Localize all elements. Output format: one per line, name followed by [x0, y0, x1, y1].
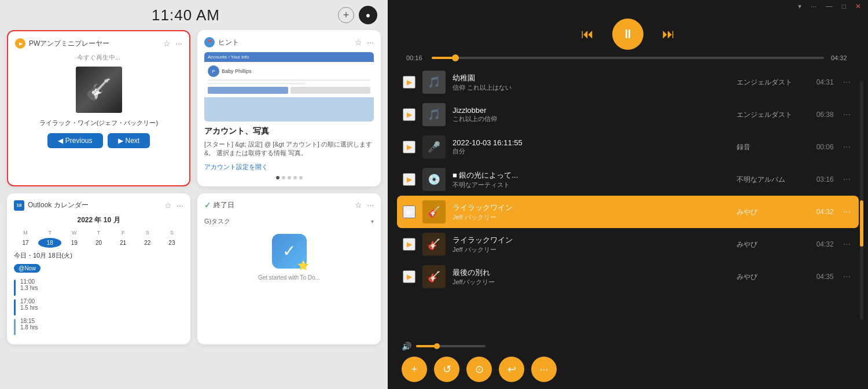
track-scrollbar[interactable]	[860, 81, 863, 320]
track-name-2: Jizzlobber	[453, 106, 730, 115]
hint-title-label: ヒント	[218, 38, 239, 47]
widget-header-actions: ☆ ···	[163, 39, 182, 48]
avatar[interactable]: ●	[359, 6, 377, 24]
cal-day-18[interactable]: 18	[38, 238, 61, 248]
hint-header: 📍 ヒント ☆ ···	[204, 37, 374, 47]
volume-bar[interactable]	[416, 345, 486, 347]
cal-day-22[interactable]: 22	[136, 238, 159, 248]
track-art-inner-1: 🎵	[422, 71, 446, 94]
shuffle-button[interactable]: ↺	[434, 357, 459, 382]
track-more-5[interactable]: ···	[841, 207, 853, 217]
preview-actions	[208, 87, 370, 94]
add-widget-button[interactable]: +	[338, 7, 354, 23]
cal-day-23[interactable]: 23	[160, 238, 183, 248]
maximize-button[interactable]: □	[840, 2, 848, 10]
clock-display: 11:40 AM	[152, 6, 220, 24]
album-art-inner	[76, 67, 122, 113]
progress-fill	[432, 57, 455, 59]
track-more-7[interactable]: ···	[841, 271, 853, 282]
track-play-5[interactable]: ▶	[403, 205, 415, 218]
track-more-1[interactable]: ···	[841, 77, 853, 87]
tasks-item[interactable]: G)タスク ▾	[204, 215, 374, 228]
track-row[interactable]: ▶ 🎵 Jizzlobber これ以上の信仰 エンジェルダスト 06:38 ··…	[397, 98, 859, 131]
hint-more-button[interactable]: ···	[367, 38, 374, 47]
track-art-inner-7: 🎸	[422, 265, 446, 288]
tasks-more-button[interactable]: ···	[367, 200, 374, 210]
calendar-pin-button[interactable]: ☆	[164, 201, 172, 210]
hint-pin-button[interactable]: ☆	[355, 38, 362, 47]
more-action-button[interactable]: ···	[531, 357, 557, 382]
repeat-button[interactable]: ⊙	[466, 357, 492, 382]
calendar-grid: M T W T F S S 17 18 19 20 21 22 23	[14, 229, 183, 248]
more-options-button[interactable]: ···	[808, 2, 819, 10]
close-button[interactable]: ✕	[853, 2, 863, 10]
track-sub-6: Jeff バックリー	[453, 245, 730, 254]
track-more-4[interactable]: ···	[841, 174, 853, 185]
track-more-2[interactable]: ···	[841, 109, 853, 120]
mini-player-body: 今すぐ再生中... ライラック・ワイン(ジェフ・バックリー) ◀ Previou…	[15, 53, 182, 148]
dropdown-button[interactable]: ▾	[796, 2, 804, 10]
tasks-pin-button[interactable]: ☆	[355, 200, 362, 210]
track-art-inner-6: 🎸	[422, 233, 446, 256]
track-play-1[interactable]: ▶	[403, 76, 415, 89]
prev-label: Previous	[65, 137, 93, 145]
track-duration-5: 04:32	[813, 208, 834, 216]
cal-day-19[interactable]: 19	[62, 238, 86, 248]
track-play-7[interactable]: ▶	[403, 270, 415, 283]
track-duration-7: 04:35	[813, 273, 834, 281]
pause-button[interactable]: ⏸	[612, 19, 643, 50]
cal-day-21[interactable]: 21	[112, 238, 135, 248]
track-play-6[interactable]: ▶	[403, 238, 415, 251]
player-bottom: 🔊 + ↺ ⊙ ↩ ···	[388, 337, 868, 389]
next-button[interactable]: ▶ Next	[108, 133, 150, 148]
track-info-6: ライラックワイン Jeff バックリー	[453, 235, 730, 254]
add-button[interactable]: +	[402, 357, 427, 382]
track-row[interactable]: ▶ 💿 ■ 銀の光によって... 不明なアーティスト 不明なアルバム 03:16…	[397, 163, 859, 196]
current-time: 00:16	[406, 54, 425, 61]
prev-track-button[interactable]: ⏮	[581, 27, 594, 42]
hint-content-title: アカウント、写真	[204, 126, 374, 137]
track-more-3[interactable]: ···	[841, 142, 853, 152]
action-buttons: + ↺ ⊙ ↩ ···	[402, 357, 854, 382]
next-track-button[interactable]: ⏭	[662, 27, 675, 42]
replay-button[interactable]: ↩	[499, 357, 524, 382]
track-sub-5: Jeff バックリー	[453, 213, 730, 222]
track-row[interactable]: ▶ 🎤 2022-10-03 16:11:55 自分 録音 00:06 ···	[397, 131, 859, 163]
track-art-7: 🎸	[422, 265, 446, 288]
track-play-4[interactable]: ▶	[403, 173, 415, 186]
track-sub-3: 自分	[453, 147, 730, 156]
calendar-more-button[interactable]: ···	[176, 201, 183, 210]
track-album-4: 不明なアルバム	[737, 175, 806, 185]
track-more-6[interactable]: ···	[841, 239, 853, 249]
track-row[interactable]: ▶ 🎵 幼稚園 信仰 これ以上はない エンジェルダスト 04:31 ···	[397, 66, 859, 98]
pin-button[interactable]: ☆	[163, 39, 171, 48]
progress-bar[interactable]	[432, 57, 824, 59]
track-duration-3: 00:06	[813, 143, 834, 151]
minimize-button[interactable]: —	[823, 2, 835, 10]
track-row[interactable]: ▶ 🎸 ライラックワイン Jeff バックリー みやび 04:32 ···	[397, 228, 859, 260]
track-name-5: ライラックワイン	[453, 203, 730, 213]
track-row[interactable]: ▶ 🎸 最後の別れ Jeffバックリー みやび 04:35 ···	[397, 260, 859, 293]
track-play-2[interactable]: ▶	[403, 108, 415, 121]
hint-dot-5[interactable]	[299, 176, 303, 179]
now-badge: @Now	[14, 264, 41, 273]
hint-dot-2[interactable]	[282, 176, 285, 179]
hint-dot-3[interactable]	[288, 176, 291, 179]
hint-dot-1[interactable]	[276, 176, 279, 179]
track-art-6: 🎸	[422, 233, 446, 256]
hint-dot-4[interactable]	[293, 176, 297, 179]
hint-link[interactable]: アカウント設定を開く	[204, 163, 374, 171]
tasks-chevron[interactable]: ▾	[371, 218, 374, 225]
more-button[interactable]: ···	[175, 39, 182, 48]
previous-button[interactable]: ◀ Previous	[47, 133, 103, 148]
cal-day-17[interactable]: 17	[14, 238, 37, 248]
cal-day-20[interactable]: 20	[87, 238, 110, 248]
event-time-label-2: 17:00	[20, 298, 41, 304]
volume-icon: 🔊	[402, 342, 411, 351]
calendar-widget: 18 Outlook カレンダー ☆ ··· 2022 年 10 月 M T W…	[7, 193, 190, 344]
tasks-actions: ☆ ···	[355, 200, 374, 210]
track-row-active[interactable]: ▶ 🎸 ライラックワイン Jeff バックリー みやび 04:32 ···	[397, 196, 859, 228]
calendar-month: 2022 年 10 月	[14, 215, 183, 225]
mini-player-widget: PWアンプミニプレーヤー ☆ ··· 今すぐ再生中... ライラック・ワイン(ジ…	[7, 30, 190, 186]
track-play-3[interactable]: ▶	[403, 141, 415, 153]
